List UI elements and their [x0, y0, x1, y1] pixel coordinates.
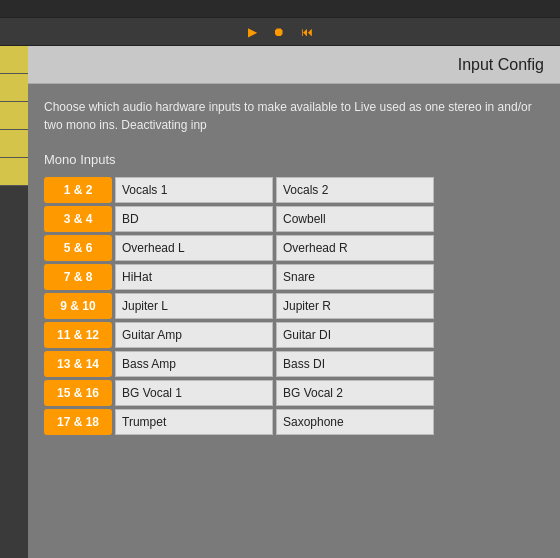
- input-row: 3 & 4BDCowbell: [44, 206, 544, 232]
- input-row: 13 & 14Bass AmpBass DI: [44, 351, 544, 377]
- description-text: Choose which audio hardware inputs to ma…: [44, 98, 544, 134]
- channel-button[interactable]: 11 & 12: [44, 322, 112, 348]
- sidebar-track-3: [0, 102, 28, 130]
- input-row: 5 & 6Overhead LOverhead R: [44, 235, 544, 261]
- title-bar: Input Config: [28, 46, 560, 84]
- sidebar-track-1: [0, 46, 28, 74]
- input-name-left[interactable]: BD: [115, 206, 273, 232]
- main-layout: Input Config Choose which audio hardware…: [0, 46, 560, 558]
- section-label: Mono Inputs: [44, 152, 544, 167]
- input-name-left[interactable]: Trumpet: [115, 409, 273, 435]
- input-name-right[interactable]: Bass DI: [276, 351, 434, 377]
- left-sidebar: [0, 46, 28, 558]
- input-name-left[interactable]: BG Vocal 1: [115, 380, 273, 406]
- channel-button[interactable]: 5 & 6: [44, 235, 112, 261]
- input-name-left[interactable]: Jupiter L: [115, 293, 273, 319]
- input-row: 9 & 10Jupiter LJupiter R: [44, 293, 544, 319]
- input-name-right[interactable]: Snare: [276, 264, 434, 290]
- stop-btn[interactable]: ⏮: [301, 25, 313, 39]
- input-name-right[interactable]: Vocals 2: [276, 177, 434, 203]
- rows-container: 1 & 2Vocals 1Vocals 23 & 4BDCowbell5 & 6…: [44, 177, 544, 435]
- channel-button[interactable]: 13 & 14: [44, 351, 112, 377]
- channel-button[interactable]: 3 & 4: [44, 206, 112, 232]
- input-name-left[interactable]: Vocals 1: [115, 177, 273, 203]
- input-name-left[interactable]: Guitar Amp: [115, 322, 273, 348]
- input-name-right[interactable]: Cowbell: [276, 206, 434, 232]
- channel-button[interactable]: 17 & 18: [44, 409, 112, 435]
- input-row: 17 & 18TrumpetSaxophone: [44, 409, 544, 435]
- input-name-right[interactable]: Overhead R: [276, 235, 434, 261]
- input-row: 7 & 8HiHatSnare: [44, 264, 544, 290]
- play-btn[interactable]: ▶: [248, 25, 257, 39]
- input-name-right[interactable]: Jupiter R: [276, 293, 434, 319]
- channel-button[interactable]: 9 & 10: [44, 293, 112, 319]
- content-area: Input Config Choose which audio hardware…: [28, 46, 560, 558]
- sidebar-track-4: [0, 130, 28, 158]
- input-row: 1 & 2Vocals 1Vocals 2: [44, 177, 544, 203]
- input-row: 11 & 12Guitar AmpGuitar DI: [44, 322, 544, 348]
- sidebar-track-5: [0, 158, 28, 186]
- channel-button[interactable]: 7 & 8: [44, 264, 112, 290]
- input-name-right[interactable]: Saxophone: [276, 409, 434, 435]
- input-name-right[interactable]: BG Vocal 2: [276, 380, 434, 406]
- channel-button[interactable]: 1 & 2: [44, 177, 112, 203]
- transport-area: ▶ ⏺ ⏮: [0, 18, 560, 46]
- input-name-left[interactable]: Bass Amp: [115, 351, 273, 377]
- dialog-body: Choose which audio hardware inputs to ma…: [28, 84, 560, 558]
- input-name-left[interactable]: Overhead L: [115, 235, 273, 261]
- input-row: 15 & 16BG Vocal 1BG Vocal 2: [44, 380, 544, 406]
- channel-button[interactable]: 15 & 16: [44, 380, 112, 406]
- top-bar: [0, 0, 560, 18]
- sidebar-track-2: [0, 74, 28, 102]
- record-btn[interactable]: ⏺: [273, 25, 285, 39]
- input-name-left[interactable]: HiHat: [115, 264, 273, 290]
- input-name-right[interactable]: Guitar DI: [276, 322, 434, 348]
- dialog-title: Input Config: [458, 56, 544, 74]
